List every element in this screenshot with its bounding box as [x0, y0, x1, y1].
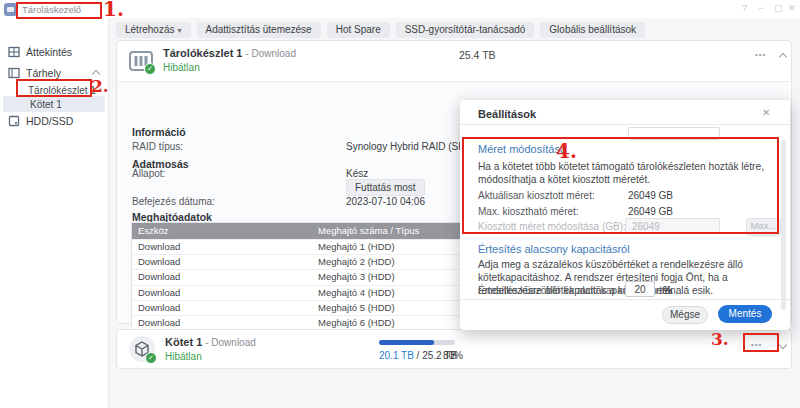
- state-label: Állapot:: [132, 168, 165, 179]
- global-settings-button[interactable]: Globális beállítások: [540, 22, 645, 38]
- healthy-check-icon: ✓: [144, 63, 156, 75]
- max-size-label: Max. kiosztható méret:: [478, 206, 579, 217]
- create-button[interactable]: Létrehozás▾: [116, 22, 191, 38]
- cell-device: Download: [132, 301, 318, 315]
- toolbar: Létrehozás▾ Adattisztítás ütemezése Hot …: [116, 22, 645, 38]
- storage-manager-app-icon: [4, 3, 17, 16]
- volume-icon: ✓: [129, 336, 155, 362]
- resize-section-heading: Méret módosítása: [478, 143, 566, 155]
- resize-description: Ha a kötetet több kötetet támogató tárol…: [478, 160, 772, 186]
- pool-more-icon[interactable]: •••: [755, 50, 766, 59]
- volume-panel: ✓ Kötet 1 - Download Hibátlan 20.1 TB / …: [116, 329, 792, 369]
- overview-icon: [8, 46, 20, 58]
- info-heading: Információ: [132, 126, 186, 138]
- cell-device: Download: [132, 286, 318, 300]
- volume-more-icon[interactable]: •••: [751, 340, 762, 349]
- volume-name: Kötet 1: [165, 336, 202, 348]
- cell-device: Download: [132, 255, 318, 269]
- sidebar-item-overview[interactable]: Áttekintés: [0, 44, 107, 60]
- close-window-icon[interactable]: ✕: [788, 3, 796, 13]
- pool-status: Hibátlan: [163, 62, 200, 73]
- pool-name: Tárolókészlet 1: [163, 47, 242, 59]
- storage-pool-icon: ✓: [128, 48, 154, 74]
- threshold-unit: %: [663, 285, 672, 296]
- current-size-value: 26049 GB: [628, 190, 673, 201]
- volume-expand-icon[interactable]: [779, 341, 787, 349]
- max-size-value: 26049 GB: [628, 206, 673, 217]
- pool-collapse-icon[interactable]: [779, 53, 787, 61]
- max-button[interactable]: Max...: [746, 218, 781, 236]
- finish-date-label: Befejezés dátuma:: [132, 196, 215, 207]
- volume-percent: 80%: [443, 350, 463, 361]
- volume-usage-bar: [379, 340, 455, 345]
- volume-usage-fill: [379, 340, 434, 345]
- healthy-check-icon: ✓: [145, 352, 157, 364]
- volume-used: 20.1 TB: [379, 350, 414, 361]
- minimize-icon[interactable]: −: [758, 3, 763, 13]
- save-button[interactable]: Mentés: [718, 305, 772, 323]
- volume-name-suffix: - Download: [205, 337, 256, 348]
- cell-device: Download: [132, 240, 318, 254]
- pool-size: 25.4 TB: [459, 49, 496, 61]
- dialog-divider: [460, 124, 790, 125]
- sidebar-item-label: HDD/SSD: [26, 113, 73, 129]
- sidebar-item-label: Áttekintés: [26, 44, 72, 60]
- cell-device: Download: [132, 270, 318, 284]
- cell-device: Download: [132, 316, 318, 330]
- maximize-icon[interactable]: ▢: [774, 3, 783, 13]
- cancel-button[interactable]: Mégse: [662, 306, 708, 324]
- settings-dialog: Beállítások ✕ Méret módosítása Ha a köte…: [460, 100, 790, 330]
- sidebar-item-label: Kötet 1: [30, 97, 62, 113]
- caret-down-icon: ▾: [177, 26, 181, 35]
- col-device: Eszköz: [132, 223, 318, 239]
- data-scrubbing-schedule-button[interactable]: Adattisztítás ütemezése: [197, 22, 321, 38]
- state-value: Kész: [346, 168, 368, 179]
- modify-size-label: Kiosztott méret módosítása (GB):: [478, 221, 626, 232]
- sidebar-item-label: Tárhely: [26, 65, 61, 81]
- help-icon[interactable]: ?: [742, 3, 747, 13]
- current-size-label: Aktuálisan kiosztott méret:: [478, 190, 595, 201]
- dialog-footer-divider: [460, 299, 790, 300]
- sidebar-item-volume-1[interactable]: Kötet 1: [0, 97, 107, 113]
- hot-spare-button[interactable]: Hot Spare: [327, 22, 390, 38]
- chevron-up-icon[interactable]: [92, 70, 100, 78]
- dialog-close-icon[interactable]: ✕: [762, 107, 770, 118]
- threshold-input[interactable]: [625, 281, 655, 297]
- partial-field: [628, 127, 720, 140]
- sidebar-item-storage[interactable]: Tárhely: [0, 65, 107, 81]
- finish-date-value: 2023-07-10 04:06: [346, 196, 425, 207]
- dialog-title: Beállítások: [478, 108, 536, 120]
- title-bar: Tároláskezelő ? − ▢ ✕: [0, 0, 800, 18]
- hdd-icon: [8, 115, 20, 127]
- volume-status: Hibátlan: [165, 351, 202, 362]
- window-title: Tároláskezelő: [22, 4, 81, 15]
- pool-name-suffix: - Download: [245, 48, 296, 59]
- storage-manager-window: Tároláskezelő ? − ▢ ✕ Áttekintés Tárhely…: [0, 0, 800, 408]
- notify-section-heading: Értesítés alacsony kapacitásról: [478, 243, 630, 255]
- sidebar-item-hdd-ssd[interactable]: HDD/SSD: [0, 113, 107, 129]
- sidebar: Áttekintés Tárhely Tárolókészlet 1 Kötet…: [0, 18, 109, 408]
- raid-type-label: RAID típus:: [132, 141, 183, 152]
- modify-size-input[interactable]: [625, 218, 720, 234]
- ssd-cache-advisor-button[interactable]: SSD-gyorsítótár-tanácsadó: [396, 22, 535, 38]
- dialog-scrollbar[interactable]: [781, 140, 786, 310]
- run-now-button[interactable]: Futtatás most: [346, 179, 425, 196]
- storage-icon: [8, 67, 20, 79]
